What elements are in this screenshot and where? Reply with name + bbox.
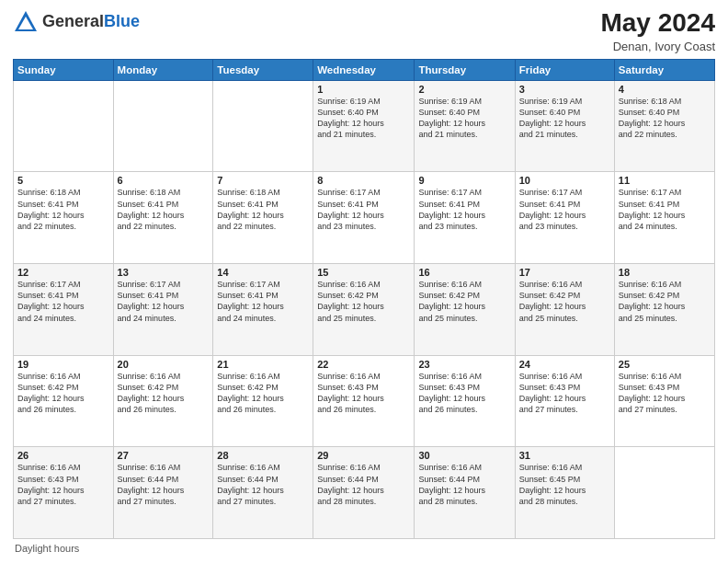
calendar-cell: 28Sunrise: 6:16 AM Sunset: 6:44 PM Dayli… [213,447,313,539]
calendar-cell: 25Sunrise: 6:16 AM Sunset: 6:43 PM Dayli… [614,355,714,447]
calendar-cell: 22Sunrise: 6:16 AM Sunset: 6:43 PM Dayli… [313,355,415,447]
day-info: Sunrise: 6:16 AM Sunset: 6:43 PM Dayligh… [619,371,711,416]
calendar-cell: 11Sunrise: 6:17 AM Sunset: 6:41 PM Dayli… [614,172,714,264]
calendar-cell: 1Sunrise: 6:19 AM Sunset: 6:40 PM Daylig… [313,80,415,172]
calendar-week-row: 19Sunrise: 6:16 AM Sunset: 6:42 PM Dayli… [14,355,715,447]
logo-icon [13,9,39,35]
day-number: 5 [17,175,109,186]
day-info: Sunrise: 6:16 AM Sunset: 6:43 PM Dayligh… [519,371,610,416]
day-number: 3 [519,84,610,95]
day-info: Sunrise: 6:16 AM Sunset: 6:42 PM Dayligh… [118,371,210,416]
day-info: Sunrise: 6:19 AM Sunset: 6:40 PM Dayligh… [418,96,510,141]
calendar-cell [213,80,313,172]
weekday-header: Monday [113,59,213,80]
calendar-cell: 20Sunrise: 6:16 AM Sunset: 6:42 PM Dayli… [113,355,213,447]
day-info: Sunrise: 6:17 AM Sunset: 6:41 PM Dayligh… [519,187,610,232]
day-number: 10 [519,175,610,186]
day-number: 15 [317,267,410,278]
day-number: 21 [217,359,309,370]
calendar-cell: 7Sunrise: 6:18 AM Sunset: 6:41 PM Daylig… [213,172,313,264]
day-info: Sunrise: 6:17 AM Sunset: 6:41 PM Dayligh… [418,187,510,232]
calendar-week-row: 5Sunrise: 6:18 AM Sunset: 6:41 PM Daylig… [14,172,715,264]
calendar-cell [14,80,114,172]
footer-note: Daylight hours [13,543,715,554]
day-number: 8 [317,175,410,186]
day-info: Sunrise: 6:16 AM Sunset: 6:44 PM Dayligh… [118,462,210,507]
calendar-cell: 26Sunrise: 6:16 AM Sunset: 6:43 PM Dayli… [14,447,114,539]
day-number: 24 [519,359,610,370]
day-number: 30 [418,450,510,461]
weekday-row: SundayMondayTuesdayWednesdayThursdayFrid… [14,59,715,80]
calendar-cell: 3Sunrise: 6:19 AM Sunset: 6:40 PM Daylig… [515,80,614,172]
day-info: Sunrise: 6:19 AM Sunset: 6:40 PM Dayligh… [317,96,410,141]
day-number: 31 [519,450,610,461]
day-number: 27 [118,450,210,461]
calendar-cell: 30Sunrise: 6:16 AM Sunset: 6:44 PM Dayli… [415,447,515,539]
calendar-table: SundayMondayTuesdayWednesdayThursdayFrid… [13,59,715,539]
day-number: 29 [317,450,410,461]
day-info: Sunrise: 6:17 AM Sunset: 6:41 PM Dayligh… [118,279,210,324]
day-number: 9 [418,175,510,186]
weekday-header: Saturday [614,59,714,80]
calendar-cell: 2Sunrise: 6:19 AM Sunset: 6:40 PM Daylig… [415,80,515,172]
day-info: Sunrise: 6:17 AM Sunset: 6:41 PM Dayligh… [317,187,410,232]
calendar-cell: 17Sunrise: 6:16 AM Sunset: 6:42 PM Dayli… [515,264,614,356]
weekday-header: Tuesday [213,59,313,80]
day-info: Sunrise: 6:16 AM Sunset: 6:43 PM Dayligh… [317,371,410,416]
calendar-cell: 12Sunrise: 6:17 AM Sunset: 6:41 PM Dayli… [14,264,114,356]
day-info: Sunrise: 6:16 AM Sunset: 6:44 PM Dayligh… [217,462,309,507]
calendar-cell [614,447,714,539]
weekday-header: Thursday [415,59,515,80]
calendar-cell: 13Sunrise: 6:17 AM Sunset: 6:41 PM Dayli… [113,264,213,356]
logo: GeneralBlue [13,9,140,35]
day-info: Sunrise: 6:16 AM Sunset: 6:45 PM Dayligh… [519,462,610,507]
calendar-body: 1Sunrise: 6:19 AM Sunset: 6:40 PM Daylig… [14,80,715,538]
title-block: May 2024 Denan, Ivory Coast [600,9,715,53]
day-info: Sunrise: 6:18 AM Sunset: 6:41 PM Dayligh… [217,187,309,232]
day-number: 7 [217,175,309,186]
day-number: 20 [118,359,210,370]
page: GeneralBlue May 2024 Denan, Ivory Coast … [0,0,728,563]
logo-general: General [42,12,104,30]
calendar-cell: 8Sunrise: 6:17 AM Sunset: 6:41 PM Daylig… [313,172,415,264]
calendar-week-row: 26Sunrise: 6:16 AM Sunset: 6:43 PM Dayli… [14,447,715,539]
day-info: Sunrise: 6:16 AM Sunset: 6:44 PM Dayligh… [317,462,410,507]
header: GeneralBlue May 2024 Denan, Ivory Coast [13,9,715,53]
day-number: 28 [217,450,309,461]
day-info: Sunrise: 6:16 AM Sunset: 6:42 PM Dayligh… [217,371,309,416]
day-number: 18 [619,267,711,278]
calendar-cell: 29Sunrise: 6:16 AM Sunset: 6:44 PM Dayli… [313,447,415,539]
calendar-cell: 27Sunrise: 6:16 AM Sunset: 6:44 PM Dayli… [113,447,213,539]
day-info: Sunrise: 6:16 AM Sunset: 6:42 PM Dayligh… [17,371,109,416]
day-number: 17 [519,267,610,278]
day-info: Sunrise: 6:16 AM Sunset: 6:43 PM Dayligh… [418,371,510,416]
calendar-cell: 15Sunrise: 6:16 AM Sunset: 6:42 PM Dayli… [313,264,415,356]
day-info: Sunrise: 6:16 AM Sunset: 6:43 PM Dayligh… [17,462,109,507]
logo-text: GeneralBlue [42,13,140,31]
day-number: 16 [418,267,510,278]
day-number: 11 [619,175,711,186]
day-number: 12 [17,267,109,278]
calendar-cell: 19Sunrise: 6:16 AM Sunset: 6:42 PM Dayli… [14,355,114,447]
calendar-cell: 14Sunrise: 6:17 AM Sunset: 6:41 PM Dayli… [213,264,313,356]
day-number: 4 [619,84,711,95]
day-info: Sunrise: 6:16 AM Sunset: 6:42 PM Dayligh… [619,279,711,324]
day-info: Sunrise: 6:17 AM Sunset: 6:41 PM Dayligh… [17,279,109,324]
day-number: 1 [317,84,410,95]
calendar-cell: 4Sunrise: 6:18 AM Sunset: 6:40 PM Daylig… [614,80,714,172]
day-number: 13 [118,267,210,278]
day-number: 26 [17,450,109,461]
calendar-cell: 31Sunrise: 6:16 AM Sunset: 6:45 PM Dayli… [515,447,614,539]
calendar-cell: 16Sunrise: 6:16 AM Sunset: 6:42 PM Dayli… [415,264,515,356]
day-info: Sunrise: 6:16 AM Sunset: 6:42 PM Dayligh… [317,279,410,324]
location: Denan, Ivory Coast [600,40,715,53]
weekday-header: Friday [515,59,614,80]
calendar-cell [113,80,213,172]
day-number: 19 [17,359,109,370]
day-number: 22 [317,359,410,370]
day-number: 14 [217,267,309,278]
calendar-cell: 21Sunrise: 6:16 AM Sunset: 6:42 PM Dayli… [213,355,313,447]
day-number: 23 [418,359,510,370]
day-number: 2 [418,84,510,95]
calendar-week-row: 12Sunrise: 6:17 AM Sunset: 6:41 PM Dayli… [14,264,715,356]
